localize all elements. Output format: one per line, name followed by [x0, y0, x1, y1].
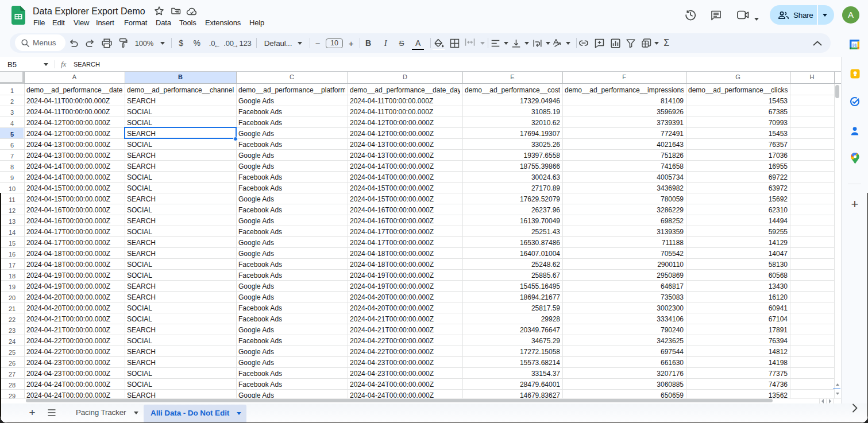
svg-text:31: 31: [852, 42, 857, 48]
